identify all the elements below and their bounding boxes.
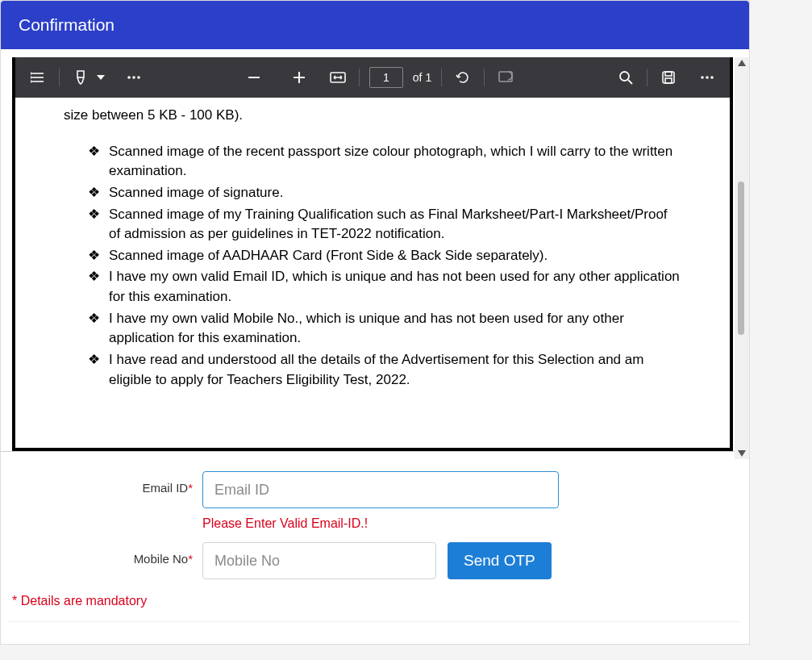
svg-point-25 — [710, 76, 714, 79]
scroll-down-arrow-icon[interactable] — [736, 448, 747, 459]
pdf-viewer-wrapper: of 1 — [1, 49, 749, 451]
scroll-up-arrow-icon[interactable] — [736, 57, 747, 69]
svg-marker-0 — [738, 60, 746, 66]
svg-point-11 — [132, 76, 135, 79]
form-section: Email ID* Please Enter Valid Email-ID.! … — [1, 451, 749, 644]
rotate-icon[interactable] — [452, 66, 474, 89]
sidebar-toggle-icon[interactable] — [27, 66, 49, 89]
more-menu-icon[interactable] — [696, 66, 718, 89]
scroll-track[interactable] — [735, 69, 749, 448]
outer-scrollbar[interactable] — [735, 57, 749, 459]
svg-rect-20 — [663, 72, 674, 83]
svg-point-6 — [31, 77, 31, 78]
modal-title: Confirmation — [1, 1, 749, 49]
svg-marker-1 — [738, 450, 746, 457]
list-item: I have my own valid Email ID, which is u… — [88, 267, 681, 307]
mobile-row: Mobile No* Send OTP — [9, 542, 741, 579]
svg-point-10 — [127, 76, 131, 79]
svg-marker-9 — [97, 75, 105, 80]
pdf-page-content: size between 5 KB - 100 KB). Scanned ima… — [15, 98, 730, 448]
svg-point-7 — [31, 81, 31, 82]
required-marker: * — [188, 481, 193, 495]
confirmation-modal: Confirmation — [0, 0, 750, 645]
save-icon[interactable] — [657, 66, 680, 89]
more-tools-icon[interactable] — [123, 66, 145, 89]
intro-text: size between 5 KB - 100 KB). — [64, 106, 681, 126]
email-input[interactable] — [202, 471, 559, 508]
pdf-toolbar: of 1 — [15, 57, 730, 98]
zoom-in-icon[interactable] — [288, 66, 310, 89]
list-item: I have read and understood all the detai… — [88, 350, 681, 390]
toolbar-separator — [59, 69, 60, 86]
svg-rect-22 — [665, 78, 672, 83]
mobile-input[interactable] — [202, 542, 436, 579]
list-item: Scanned image of signature. — [88, 183, 681, 203]
zoom-out-icon[interactable] — [243, 66, 265, 89]
svg-point-12 — [137, 76, 140, 79]
send-otp-button[interactable]: Send OTP — [448, 542, 552, 579]
search-icon[interactable] — [614, 66, 637, 89]
scroll-thumb[interactable] — [738, 182, 744, 335]
svg-point-23 — [701, 76, 704, 79]
fit-width-icon[interactable] — [327, 66, 349, 89]
list-item: Scanned image of AADHAAR Card (Front Sid… — [88, 246, 681, 266]
svg-point-24 — [706, 76, 709, 79]
highlighter-icon[interactable] — [69, 66, 92, 89]
dropdown-chevron-icon[interactable] — [97, 75, 105, 80]
svg-line-19 — [628, 80, 632, 84]
toolbar-separator — [647, 69, 648, 86]
toolbar-separator — [359, 69, 360, 86]
pdf-viewer: of 1 — [12, 57, 733, 451]
svg-point-5 — [31, 73, 31, 74]
email-label: Email ID* — [9, 471, 202, 495]
presentation-icon[interactable] — [494, 66, 517, 89]
list-item: Scanned image of the recent passport siz… — [88, 142, 681, 182]
page-number-input[interactable] — [369, 67, 403, 88]
footer-divider — [9, 621, 741, 636]
required-marker: * — [188, 552, 193, 566]
bullet-list: Scanned image of the recent passport siz… — [64, 142, 681, 391]
toolbar-separator — [441, 69, 442, 86]
svg-rect-13 — [248, 77, 260, 78]
list-item: I have my own valid Mobile No., which is… — [88, 309, 681, 349]
email-error: Please Enter Valid Email-ID.! — [202, 516, 559, 531]
mobile-label: Mobile No* — [9, 542, 202, 566]
email-row: Email ID* Please Enter Valid Email-ID.! — [9, 471, 741, 531]
svg-point-18 — [620, 72, 629, 81]
list-item: Scanned image of my Training Qualificati… — [88, 205, 681, 244]
svg-rect-21 — [665, 72, 672, 76]
page-total: of 1 — [413, 71, 431, 84]
toolbar-separator — [484, 69, 485, 86]
svg-rect-15 — [294, 77, 305, 78]
mandatory-note: * Details are mandatory — [12, 594, 741, 608]
